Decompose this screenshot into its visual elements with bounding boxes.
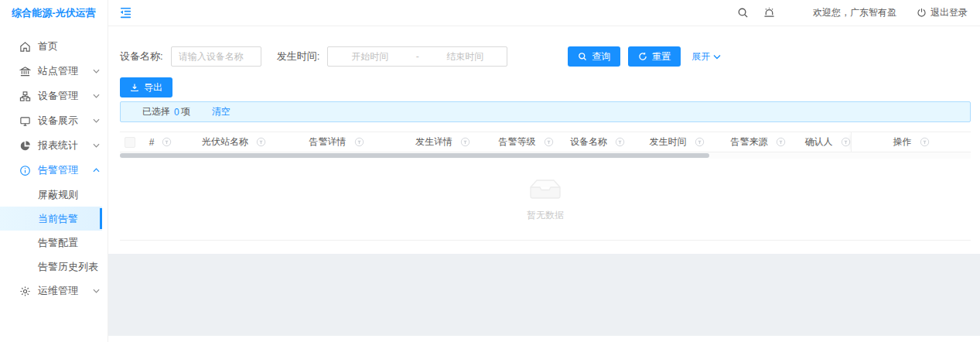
filter-actions: 查询 重置 展开: [568, 46, 721, 67]
column-header-level: 告警等级: [499, 132, 553, 152]
main-content: 设备名称: 发生时间: - 查询: [108, 27, 980, 254]
table-header-row: # 光伏站名称 告警详情 发生详情 告警等级: [120, 132, 971, 152]
empty-box-icon: [521, 176, 570, 203]
sidebar-subitem-label: 告警历史列表: [38, 260, 98, 274]
reset-button[interactable]: 重置: [628, 46, 681, 67]
filter-icon[interactable]: [841, 137, 851, 147]
app-logo: 综合能源-光伏运营: [0, 0, 108, 26]
gear-icon: [19, 285, 31, 297]
filter-icon[interactable]: [162, 137, 172, 147]
sidebar-item-device-display[interactable]: 设备展示: [0, 108, 108, 133]
chevron-down-icon: [93, 289, 100, 293]
search-button[interactable]: 查询: [568, 46, 620, 67]
filter-icon[interactable]: [460, 137, 470, 147]
reload-icon: [638, 52, 647, 61]
chevron-down-icon: [93, 143, 100, 148]
sidebar-menu: 首页 站点管理 设备管理: [0, 26, 108, 303]
filter-icon[interactable]: [354, 137, 364, 147]
app-window: 综合能源-光伏运营 首页 站点管理: [0, 0, 980, 342]
alarm-table: # 光伏站名称 告警详情 发生详情 告警等级: [120, 132, 971, 241]
chevron-down-icon: [93, 94, 100, 98]
sidebar-subitem-label: 告警配置: [38, 236, 78, 250]
horizontal-scrollbar: [120, 152, 971, 159]
alarm-icon[interactable]: [756, 0, 782, 26]
cluster-icon: [19, 90, 31, 102]
column-header-actions: 操作: [851, 132, 971, 152]
search-icon[interactable]: [729, 0, 756, 26]
sidebar-item-label: 报表统计: [38, 139, 91, 152]
filter-form: 设备名称: 发生时间: - 查询: [120, 46, 968, 67]
range-separator: -: [405, 51, 429, 62]
sidebar-subitem-label: 当前告警: [38, 212, 78, 226]
sidebar-subitem-label: 屏蔽规则: [38, 188, 78, 202]
home-icon: [19, 40, 31, 53]
logout-label: 退出登录: [930, 6, 968, 19]
bank-icon: [19, 65, 31, 77]
filter-icon[interactable]: [256, 137, 266, 147]
welcome-text: 欢迎您，广东智有盈: [813, 6, 896, 19]
sidebar-item-ops-mgmt[interactable]: 运维管理: [0, 279, 108, 303]
select-all-checkbox[interactable]: [125, 137, 135, 148]
sidebar-item-label: 运维管理: [38, 284, 91, 298]
column-header-occur-time: 发生时间: [642, 132, 712, 152]
bottom-strip: [108, 336, 980, 342]
column-header-source: 告警来源: [712, 132, 804, 152]
chevron-up-icon: [93, 168, 100, 173]
filter-icon[interactable]: [544, 137, 554, 147]
column-header-alarm-detail: 告警详情: [286, 132, 387, 152]
topbar: 欢迎您，广东智有盈 退出登录: [108, 0, 980, 26]
selection-count: 0: [174, 107, 179, 118]
selection-bar: 已选择 0 项 清空: [120, 101, 971, 122]
sidebar-subitem-alarm-history[interactable]: 告警历史列表: [0, 255, 102, 279]
active-indicator-bar: [100, 208, 102, 229]
sidebar-item-alarm-mgmt[interactable]: 告警管理: [0, 158, 108, 183]
sidebar-item-label: 设备管理: [38, 89, 91, 103]
sidebar-item-site-mgmt[interactable]: 站点管理: [0, 59, 108, 84]
sidebar-item-report-stats[interactable]: 报表统计: [0, 133, 108, 158]
chevron-down-icon: [93, 118, 100, 123]
download-icon: [130, 83, 139, 92]
select-all-cell: [120, 132, 139, 152]
info-circle-icon: [19, 164, 31, 176]
start-time-input[interactable]: [334, 51, 405, 62]
device-name-input[interactable]: [171, 46, 261, 67]
sidebar-item-label: 设备展示: [38, 114, 91, 128]
filter-icon[interactable]: [615, 137, 625, 147]
table-empty-state: 暂无数据: [120, 159, 971, 241]
sidebar-subitem-alarm-config[interactable]: 告警配置: [0, 231, 102, 255]
occur-time-label: 发生时间:: [277, 50, 320, 63]
menu-fold-icon[interactable]: [114, 2, 136, 24]
filter-icon[interactable]: [776, 137, 786, 147]
poweroff-icon: [917, 8, 927, 18]
filter-icon[interactable]: [695, 137, 705, 147]
column-header-device: 设备名称: [553, 132, 642, 152]
app-title: 综合能源-光伏运营: [12, 6, 95, 20]
logout-button[interactable]: 退出登录: [917, 6, 968, 19]
column-header-station: 光伏站名称: [182, 132, 286, 152]
monitor-icon: [19, 115, 31, 127]
sidebar-subitem-current-alarms[interactable]: 当前告警: [0, 207, 102, 231]
scrollbar-thumb[interactable]: [120, 153, 709, 158]
pie-chart-icon: [19, 139, 31, 152]
page-background: [108, 254, 980, 336]
selection-prefix: 已选择: [142, 105, 170, 118]
sidebar-item-label: 告警管理: [38, 163, 91, 177]
chevron-down-icon: [93, 69, 100, 74]
sidebar: 综合能源-光伏运营 首页 站点管理: [0, 0, 108, 342]
device-name-label: 设备名称:: [120, 50, 163, 63]
clear-selection-link[interactable]: 清空: [212, 105, 230, 118]
filter-icon[interactable]: [920, 137, 930, 147]
search-icon: [578, 52, 587, 61]
sidebar-item-device-mgmt[interactable]: 设备管理: [0, 84, 108, 108]
topbar-right: 欢迎您，广东智有盈 退出登录: [729, 0, 980, 26]
sidebar-item-label: 首页: [38, 39, 100, 53]
selection-suffix: 项: [181, 105, 190, 118]
expand-link[interactable]: 展开: [691, 50, 721, 63]
export-button[interactable]: 导出: [120, 77, 172, 97]
sidebar-item-home[interactable]: 首页: [0, 34, 108, 59]
column-header-index: #: [139, 132, 182, 152]
sidebar-subitem-mask-rules[interactable]: 屏蔽规则: [0, 183, 102, 207]
end-time-input[interactable]: [429, 51, 500, 62]
date-range-picker[interactable]: -: [327, 46, 507, 67]
sidebar-item-label: 站点管理: [38, 64, 91, 78]
